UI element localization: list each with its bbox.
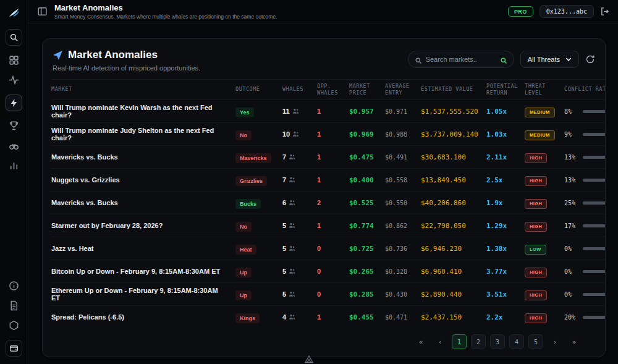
anomalies-table: MARKETOUTCOMEWHALESOPP. WHALESMARKET PRI… (43, 79, 605, 328)
column-header: ESTIMATED VALUE (421, 86, 486, 93)
table-header-row: MARKETOUTCOMEWHALESOPP. WHALESMARKET PRI… (51, 79, 605, 100)
potential-return: 2.5x (486, 176, 525, 184)
table-row[interactable]: Spread: Pelicans (-6.5) Kings 4 1 $0.455… (51, 306, 605, 328)
pagination-page-button[interactable]: 3 (490, 334, 505, 349)
people-icon (292, 108, 299, 115)
estimated-value: $6,946.230 (421, 245, 486, 253)
lightning-icon (9, 98, 19, 108)
sidebar-item-search[interactable] (6, 29, 22, 46)
document-icon[interactable] (9, 300, 19, 311)
conflict-ratio-value: 9% (564, 131, 579, 138)
activity-icon[interactable] (9, 75, 19, 85)
threat-cell: HIGH (525, 288, 564, 300)
search-submit-icon[interactable] (500, 56, 507, 63)
page-subtitle: Smart Money Consensus. Markets where mul… (54, 14, 277, 20)
table-row[interactable]: Nuggets vs. Grizzlies Grizzlies 7 1 $0.4… (51, 169, 605, 192)
potential-return: 1.03x (486, 130, 525, 138)
pagination-next-button[interactable]: › (548, 334, 562, 349)
estimated-value: $1,537,555.520 (421, 108, 486, 116)
whales-count: 5 (282, 290, 286, 298)
pagination-last-button[interactable]: » (567, 334, 582, 349)
whales-cell: 6 (282, 199, 317, 206)
opp-whales-count: 1 (317, 130, 349, 138)
search-markets-input[interactable] (426, 56, 496, 63)
average-entry: $0.736 (385, 245, 421, 252)
table-row[interactable]: Bitcoin Up or Down - February 9, 8:15AM-… (51, 260, 605, 283)
conflict-ratio-cell: 8% (564, 108, 605, 115)
estimated-value: $3,737,009.140 (421, 130, 486, 138)
market-price: $0.957 (349, 108, 385, 116)
outcome-badge: Mavericks (235, 153, 271, 163)
potential-return: 2.11x (486, 153, 525, 161)
info-icon[interactable] (9, 281, 19, 291)
bar-chart-icon[interactable] (9, 160, 19, 171)
sidebar-item-wallet[interactable] (6, 340, 22, 357)
whales-cell: 5 (282, 268, 317, 275)
column-header: CONFLICT RATIO (564, 86, 605, 93)
table-body: Will Trump nominate Kevin Warsh as the n… (51, 100, 605, 328)
conflict-ratio-bar (583, 270, 605, 273)
outcome-cell: Mavericks (235, 151, 282, 163)
conflict-ratio-bar (583, 247, 605, 250)
outcome-badge: No (235, 222, 252, 232)
page-title: Market Anomalies (54, 3, 277, 12)
opp-whales-count: 2 (317, 199, 349, 206)
pagination-prev-button[interactable]: ‹ (433, 334, 447, 349)
conflict-ratio-cell: 9% (564, 131, 605, 138)
refresh-icon[interactable] (585, 54, 595, 64)
threat-filter-dropdown[interactable]: All Threats (520, 51, 579, 68)
opp-whales-count: 1 (317, 108, 349, 115)
panel-toggle-icon[interactable] (37, 6, 48, 17)
market-name: Nuggets vs. Grizzlies (51, 176, 235, 184)
market-price: $0.285 (349, 290, 385, 298)
wallet-address[interactable]: 0x123...abc (540, 5, 594, 18)
potential-return: 1.38x (486, 245, 525, 253)
column-header: POTENTIAL RETURN (486, 83, 525, 96)
people-icon (289, 268, 295, 275)
opp-whales-count: 0 (317, 245, 349, 252)
table-row[interactable]: Starmer out by February 28, 2026? No 5 1… (51, 214, 605, 237)
pagination-page-button[interactable]: 5 (528, 334, 543, 349)
threat-cell: HIGH (525, 197, 564, 209)
opp-whales-count: 0 (317, 268, 349, 275)
column-header: WHALES (282, 86, 317, 93)
table-row[interactable]: Mavericks vs. Bucks Bucks 6 2 $0.525 $0.… (51, 192, 605, 214)
table-row[interactable]: Will Trump nominate Judy Shelton as the … (51, 123, 605, 146)
table-row[interactable]: Jazz vs. Heat Heat 5 0 $0.725 $0.736 $6,… (51, 237, 605, 260)
pagination-page-button[interactable]: 2 (471, 334, 486, 349)
conflict-ratio-value: 17% (564, 222, 579, 229)
conflict-ratio-cell: 13% (564, 177, 605, 184)
dashboard-grid-icon[interactable] (9, 55, 19, 66)
pagination-page-button[interactable]: 1 (452, 334, 467, 349)
trophy-icon[interactable] (9, 121, 19, 131)
threat-level-badge: HIGH (525, 153, 547, 163)
panel-header: Market Anomalies Real-time AI detection … (43, 39, 605, 79)
pagination-page-button[interactable]: 4 (509, 334, 524, 349)
sidebar-item-anomalies[interactable] (6, 95, 22, 111)
table-row[interactable]: Will Trump nominate Kevin Warsh as the n… (51, 100, 605, 123)
panel-title: Market Anomalies (68, 49, 158, 61)
pagination-first-button[interactable]: « (413, 334, 428, 349)
search-icon (415, 56, 422, 63)
average-entry: $0.971 (385, 108, 421, 115)
opp-whales-count: 1 (317, 222, 349, 229)
panel-controls: All Threats (408, 51, 595, 68)
conflict-ratio-cell: 20% (564, 314, 605, 321)
pro-badge: PRO (508, 6, 533, 17)
hexagon-icon[interactable] (9, 320, 19, 331)
table-row[interactable]: Ethereum Up or Down - February 9, 8:15AM… (51, 283, 605, 306)
outcome-badge: Bucks (235, 199, 261, 209)
chevron-down-icon (565, 56, 572, 62)
whales-count: 10 (282, 130, 290, 138)
threat-cell: HIGH (525, 219, 564, 232)
table-row[interactable]: Mavericks vs. Bucks Mavericks 7 1 $0.475… (51, 146, 605, 169)
logout-icon[interactable] (600, 7, 609, 16)
threat-level-badge: HIGH (525, 222, 547, 232)
market-price: $0.774 (349, 222, 385, 230)
binoculars-icon[interactable] (9, 140, 19, 151)
outcome-badge: Up (235, 290, 252, 300)
market-price: $0.525 (349, 199, 385, 207)
threat-cell: HIGH (525, 311, 564, 323)
conflict-ratio-bar (583, 156, 605, 159)
whales-cell: 7 (282, 153, 317, 161)
